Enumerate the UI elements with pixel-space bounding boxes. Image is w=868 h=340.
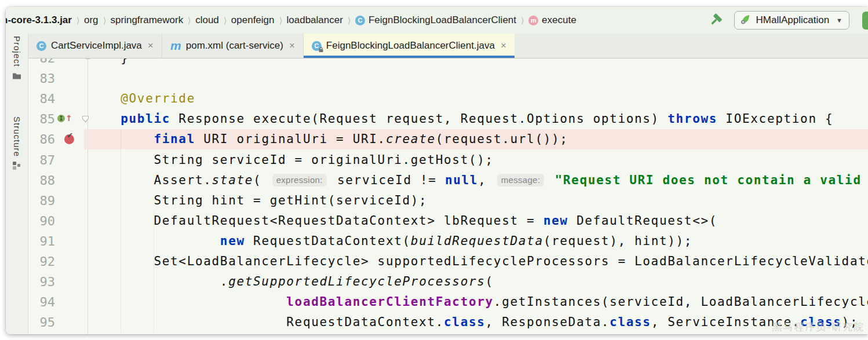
breadcrumb-bar: n-core-3.1.3.jar〉org〉springframework〉clo…	[6, 7, 868, 34]
breakpoint-icon[interactable]: ✔	[64, 133, 75, 144]
code-token: state	[212, 173, 254, 187]
code-token: public	[121, 112, 170, 126]
toolbar-right: HMallApplication ▼	[709, 11, 849, 30]
breadcrumb-item[interactable]: mexecute	[528, 14, 577, 26]
code-token	[87, 234, 220, 248]
code-token: (request), hint));	[544, 234, 692, 248]
close-icon[interactable]: ×	[501, 40, 506, 52]
breadcrumb-separator: 〉	[103, 15, 105, 25]
code-token: throws	[668, 112, 717, 126]
line-number[interactable]: 88	[28, 170, 55, 191]
breadcrumb-label: springframework	[111, 14, 184, 26]
breadcrumb-separator: 〉	[521, 15, 524, 25]
line-number[interactable]: 89	[28, 191, 55, 211]
tab-label: FeignBlockingLoadBalancerClient.java	[326, 40, 495, 52]
code-token: URI originalUri = URI.	[195, 132, 386, 146]
tool-window-label: Project	[12, 36, 22, 67]
line-number[interactable]: 90	[28, 211, 55, 231]
line-number[interactable]: 84	[28, 89, 55, 109]
code-token: }	[87, 59, 129, 65]
parameter-hint: expression:	[272, 174, 327, 187]
folder-icon	[12, 71, 21, 82]
method-icon: m	[528, 16, 538, 25]
code-token: (	[253, 173, 270, 187]
tool-window-stripe: ProjectStructure	[6, 34, 28, 334]
code-token: .getInstances(serviceId, LoadBalancerLif…	[494, 295, 868, 309]
code-line-85: public Response execute(Request request,…	[87, 109, 868, 129]
breadcrumb-item[interactable]: springframework	[111, 14, 184, 26]
code-editor[interactable]: 黑马程序员-研究院 82 }8384 @Override85 public Re…	[28, 59, 868, 334]
fold-arrow-icon[interactable]	[82, 114, 89, 125]
line-number[interactable]: 83	[28, 68, 55, 89]
code-token: buildRequestData	[411, 234, 544, 248]
line-number[interactable]: 92	[28, 251, 55, 272]
code-token: new	[544, 214, 568, 228]
line-number[interactable]: 86	[28, 129, 55, 149]
code-token: new	[220, 234, 245, 248]
class-icon: C	[312, 41, 322, 51]
run-button-partial[interactable]	[862, 12, 868, 30]
breadcrumb-item[interactable]: n-core-3.1.3.jar	[6, 14, 72, 26]
code-token: IOException {	[717, 112, 833, 126]
breadcrumb-separator: 〉	[279, 15, 282, 25]
sidebar-item-project[interactable]: Project	[12, 36, 22, 82]
code-token: class	[610, 315, 651, 329]
code-line-94: loadBalancerClientFactory.getInstances(s…	[87, 292, 868, 312]
breadcrumb-label: execute	[542, 14, 577, 26]
editor-tab-bar: CCartServiceImpl.java×mpom.xml (cart-ser…	[28, 34, 868, 59]
code-token: final	[154, 132, 195, 146]
breadcrumb-separator: 〉	[348, 15, 351, 25]
override-marker-icon[interactable]: I↑	[57, 112, 72, 123]
sidebar-item-structure[interactable]: Structure	[12, 116, 22, 172]
tool-window-label: Structure	[12, 116, 22, 157]
build-hammer-icon[interactable]	[709, 12, 724, 29]
close-icon[interactable]: ×	[148, 40, 154, 52]
class-icon: C	[355, 16, 365, 25]
line-number[interactable]: 91	[28, 231, 55, 251]
breadcrumb-label: org	[84, 14, 99, 26]
code-token: (request.url());	[436, 132, 568, 146]
code-token: null	[445, 173, 478, 187]
code-token: RequestDataContext(	[245, 234, 411, 248]
code-token: loadBalancerClientFactory	[286, 295, 494, 309]
main-area: ProjectStructure CCartServiceImpl.java×m…	[6, 34, 868, 334]
code-token: String hint = getHint(serviceId);	[87, 193, 427, 207]
structure-icon	[12, 161, 21, 172]
breadcrumb-label: openfeign	[231, 14, 275, 26]
fold-end-marker	[85, 59, 90, 59]
code-line-91: new RequestDataContext(buildRequestData(…	[87, 231, 868, 251]
tab-feignblockingloadbalancerclient-java[interactable]: CFeignBlockingLoadBalancerClient.java×	[304, 34, 515, 58]
watermark: 黑马程序员-研究院	[772, 320, 865, 334]
tab-label: CartServiceImpl.java	[51, 40, 142, 52]
maven-icon: m	[170, 41, 181, 51]
breadcrumb-separator: 〉	[188, 15, 191, 25]
code-token: (	[486, 275, 494, 288]
line-number[interactable]: 82	[28, 59, 55, 68]
code-token	[546, 173, 555, 187]
code-line-87: String serviceId = originalUri.getHost()…	[87, 150, 868, 170]
ide-window: n-core-3.1.3.jar〉org〉springframework〉clo…	[6, 7, 868, 334]
breadcrumb-item[interactable]: loadbalancer	[287, 14, 343, 26]
parameter-hint: message:	[497, 174, 544, 187]
run-configuration-dropdown[interactable]: HMallApplication ▼	[734, 11, 849, 30]
line-number[interactable]: 93	[28, 272, 55, 292]
line-number[interactable]: 87	[28, 150, 55, 170]
editor-column: CCartServiceImpl.java×mpom.xml (cart-ser…	[28, 34, 868, 334]
breadcrumb-item[interactable]: cloud	[195, 14, 219, 26]
breadcrumb-separator: 〉	[224, 15, 226, 25]
breadcrumb-item[interactable]: CFeignBlockingLoadBalancerClient	[355, 14, 516, 26]
code-token: ,	[478, 173, 495, 187]
close-icon[interactable]: ×	[289, 40, 295, 52]
tab-pom-xml-cart-service-[interactable]: mpom.xml (cart-service)×	[162, 34, 304, 58]
line-number[interactable]: 95	[28, 312, 55, 332]
code-line-93: .getSupportedLifecycleProcessors(	[87, 272, 868, 292]
line-number[interactable]: 85	[28, 109, 55, 129]
code-line-95: RequestDataContext.class, ResponseData.c…	[87, 312, 868, 332]
code-line-89: String hint = getHint(serviceId);	[87, 191, 868, 211]
tab-cartserviceimpl-java[interactable]: CCartServiceImpl.java×	[28, 34, 162, 58]
code-token: DefaultRequest<RequestDataContext> lbReq…	[87, 214, 544, 228]
line-number[interactable]: 94	[28, 292, 55, 312]
breadcrumb-item[interactable]: org	[84, 14, 99, 26]
breadcrumb-item[interactable]: openfeign	[231, 14, 275, 26]
code-token: "Request URI does not contain a valid h	[555, 173, 868, 187]
